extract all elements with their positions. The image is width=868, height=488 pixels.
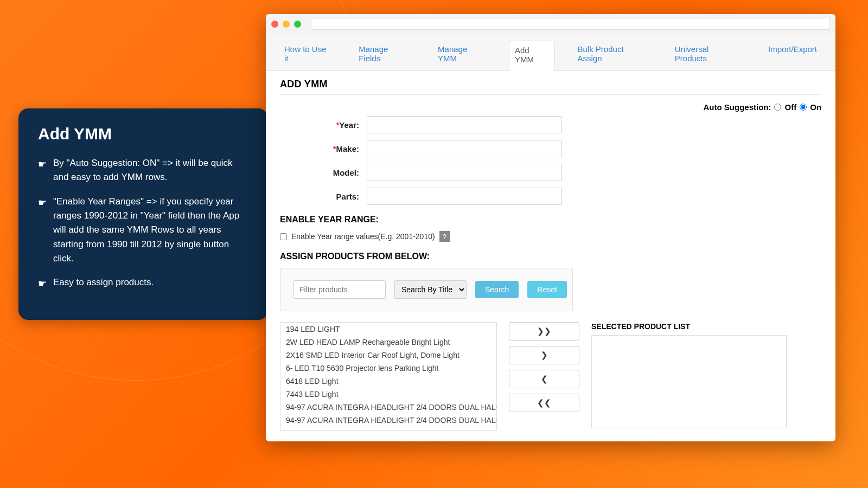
field-model-row: Model:: [280, 164, 821, 181]
auto-suggestion-label: Auto Suggestion:: [704, 102, 771, 112]
double-chevron-right-icon: ❯❯: [537, 326, 551, 336]
tab-universal[interactable]: Universal Products: [669, 40, 745, 70]
filter-input[interactable]: [293, 280, 386, 299]
callout-text: Easy to assign products.: [53, 275, 154, 292]
callout-title: Add YMM: [38, 125, 248, 143]
tab-bulk-assign[interactable]: Bulk Product Assign: [572, 40, 652, 70]
move-all-right-button[interactable]: ❯❯: [509, 322, 579, 341]
tab-manage-fields[interactable]: Manage Fields: [353, 40, 415, 70]
pointer-icon: ☛: [38, 275, 53, 292]
callout-bullet: ☛ By "Auto Suggestion: ON" => it will be…: [38, 156, 248, 185]
app-window: How to Use it Manage Fields Manage YMM A…: [266, 14, 835, 441]
make-input[interactable]: [367, 140, 562, 157]
list-item[interactable]: 194 LED LIGHT: [280, 323, 496, 336]
selected-products-list[interactable]: [591, 335, 787, 428]
selected-list-title: SELECTED PRODUCT LIST: [591, 322, 821, 331]
search-by-select[interactable]: Search By Title: [394, 280, 467, 299]
move-all-left-button[interactable]: ❮❮: [509, 394, 579, 412]
year-range-section-title: ENABLE YEAR RANGE:: [280, 215, 821, 224]
tab-manage-ymm[interactable]: Manage YMM: [432, 40, 492, 70]
minimize-icon[interactable]: [283, 21, 290, 28]
divider: [280, 94, 821, 95]
window-title-bar: [266, 14, 835, 34]
field-year-row: *Year:: [280, 116, 821, 133]
list-item[interactable]: 94-97 ACURA INTEGRA HEADLIGHT HALO PROJE…: [280, 427, 496, 431]
tab-add-ymm[interactable]: Add YMM: [509, 41, 555, 71]
list-item[interactable]: 7443 LED Light: [280, 388, 496, 401]
off-label: Off: [784, 102, 796, 112]
year-range-label: Enable Year range values(E.g. 2001-2010): [291, 232, 435, 241]
help-callout: Add YMM ☛ By "Auto Suggestion: ON" => it…: [18, 108, 268, 320]
list-item[interactable]: 2X16 SMD LED Interior Car Roof Light, Do…: [280, 349, 496, 362]
parts-label: Parts:: [280, 192, 367, 201]
reset-button[interactable]: Reset: [527, 281, 567, 298]
year-range-checkbox[interactable]: [280, 233, 287, 240]
filter-box: Search By Title Search Reset: [280, 268, 573, 311]
pointer-icon: ☛: [38, 195, 53, 266]
help-icon[interactable]: ?: [439, 231, 450, 242]
callout-bullet: ☛ Easy to assign products.: [38, 275, 248, 292]
double-chevron-left-icon: ❮❮: [537, 398, 551, 408]
tab-import-export[interactable]: Import/Export: [763, 40, 822, 70]
selected-column: SELECTED PRODUCT LIST: [591, 322, 821, 428]
model-input[interactable]: [367, 164, 562, 181]
tab-bar: How to Use it Manage Fields Manage YMM A…: [266, 34, 835, 70]
move-right-button[interactable]: ❯: [509, 346, 579, 364]
maximize-icon[interactable]: [294, 21, 301, 28]
assign-section-title: ASSIGN PRODUCTS FROM BELOW:: [280, 252, 821, 261]
auto-suggestion-row: Auto Suggestion: Off On: [280, 102, 821, 112]
year-range-option: Enable Year range values(E.g. 2001-2010)…: [280, 231, 821, 242]
list-item[interactable]: 94-97 ACURA INTEGRA HEADLIGHT 2/4 DOORS …: [280, 401, 496, 414]
year-input[interactable]: [367, 116, 562, 133]
tab-how-to-use[interactable]: How to Use it: [279, 40, 336, 70]
available-products-list[interactable]: 194 LED LIGHT 2W LED HEAD LAMP Rechargea…: [280, 322, 497, 431]
parts-input[interactable]: [367, 188, 562, 205]
assign-area: 194 LED LIGHT 2W LED HEAD LAMP Rechargea…: [280, 322, 821, 431]
move-buttons: ❯❯ ❯ ❮ ❮❮: [509, 322, 579, 412]
on-label: On: [810, 102, 821, 112]
field-make-row: *Make:: [280, 140, 821, 157]
chevron-right-icon: ❯: [541, 350, 548, 360]
pointer-icon: ☛: [38, 156, 53, 185]
list-item[interactable]: 94-97 ACURA INTEGRA HEADLIGHT 2/4 DOORS …: [280, 414, 496, 427]
page-body: ADD YMM Auto Suggestion: Off On *Year: *…: [266, 70, 835, 441]
chevron-left-icon: ❮: [541, 374, 548, 384]
callout-text: "Enable Year Ranges" => if you specify y…: [53, 195, 248, 266]
make-label: *Make:: [280, 144, 367, 153]
close-icon[interactable]: [271, 21, 278, 28]
auto-suggestion-on-radio[interactable]: [800, 104, 807, 111]
callout-text: By "Auto Suggestion: ON" => it will be q…: [53, 156, 248, 185]
auto-suggestion-off-radio[interactable]: [774, 104, 781, 111]
move-left-button[interactable]: ❮: [509, 370, 579, 388]
callout-bullet: ☛ "Enable Year Ranges" => if you specify…: [38, 195, 248, 266]
list-item[interactable]: 6418 LED Light: [280, 375, 496, 388]
search-button[interactable]: Search: [475, 281, 519, 298]
address-bar[interactable]: [311, 18, 830, 30]
page-title: ADD YMM: [280, 79, 821, 90]
field-parts-row: Parts:: [280, 188, 821, 205]
list-item[interactable]: 6- LED T10 5630 Projector lens Parking L…: [280, 362, 496, 375]
list-item[interactable]: 2W LED HEAD LAMP Rechargeable Bright Lig…: [280, 336, 496, 349]
year-label: *Year:: [280, 120, 367, 130]
model-label: Model:: [280, 168, 367, 177]
